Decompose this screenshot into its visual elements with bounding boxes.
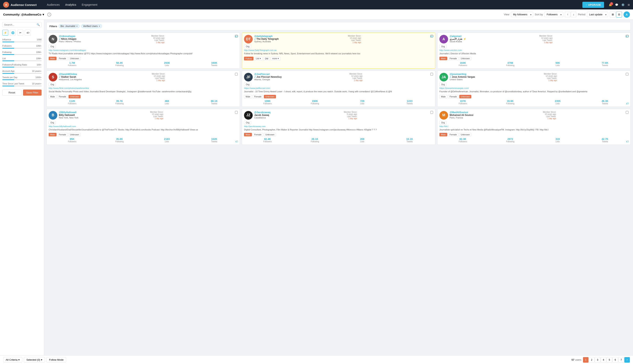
female-button-6[interactable]: Female <box>57 133 68 136</box>
page-5-button[interactable]: 5 <box>607 357 612 362</box>
sort-select[interactable]: Followers <box>544 12 563 17</box>
unknown-button-4[interactable]: Unknown <box>264 95 276 98</box>
all-criteria-button[interactable]: All Criteria ▾ <box>3 357 22 362</box>
selected-button[interactable]: Selected (0) ▾ <box>24 357 45 362</box>
card-handle-2[interactable]: @alasmari <box>450 35 466 38</box>
org-button-4[interactable]: Org <box>244 83 251 86</box>
period-select[interactable]: Last update <box>587 12 608 17</box>
sort-asc-button[interactable]: ↑ <box>565 12 570 17</box>
filter-tag-icon[interactable]: 🏷 <box>25 30 31 36</box>
female-button-3[interactable]: Female <box>57 95 68 98</box>
view-select[interactable]: My followers <box>511 12 533 17</box>
org-button-0[interactable]: Org <box>49 45 56 48</box>
list-button-1[interactable]: List ▾ <box>254 57 262 60</box>
unknown-button-2[interactable]: Unknown <box>459 57 472 60</box>
unknown-button-3[interactable]: Unknown <box>69 95 81 98</box>
male-button-4[interactable]: Male <box>244 95 252 98</box>
filter-tag-verified[interactable]: Verified Users ✕ <box>81 24 102 28</box>
filter-tag-verified-remove[interactable]: ✕ <box>99 25 100 28</box>
card-handle-7[interactable]: @Jacobzawaq <box>254 111 270 114</box>
female-button-0[interactable]: Female <box>57 57 68 60</box>
search-input[interactable] <box>4 23 36 26</box>
user-avatar[interactable]: A <box>623 12 630 18</box>
list-view-button[interactable]: ⊞ <box>610 12 616 18</box>
messages-icon[interactable]: 💬 <box>615 3 618 6</box>
settings-icon[interactable]: ⚙️ <box>621 3 624 6</box>
community-title[interactable]: Community: @AudienseCo ▾ <box>3 13 44 16</box>
org-button-8[interactable]: Org <box>439 121 447 124</box>
female-button-2[interactable]: Female <box>448 57 459 60</box>
page-6-button[interactable]: 6 <box>612 357 618 362</box>
male-button-2[interactable]: Male <box>439 57 447 60</box>
female-button-8[interactable]: Female <box>448 133 459 136</box>
bookmark-icon-8[interactable]: 🏷 <box>626 140 629 143</box>
nav-audiences[interactable]: Audiences <box>45 2 62 8</box>
card-url-7[interactable]: http://jacobzawaq.com <box>244 125 433 128</box>
card-handle-3[interactable]: @SarahMOnline <box>59 73 82 76</box>
bookmark-icon-5[interactable]: 🏷 <box>626 102 629 105</box>
card-url-8[interactable]: http://bit.l <box>439 125 628 128</box>
card-url-1[interactable]: http://www.DailyTelegraph.com.au <box>244 49 433 51</box>
card-checkbox-4[interactable] <box>430 73 433 76</box>
more-button-1[interactable]: more ▾ <box>271 57 280 60</box>
card-checkbox-3[interactable] <box>235 73 238 76</box>
card-checkbox-6[interactable] <box>235 111 238 114</box>
female-button-5[interactable]: Female <box>448 95 459 98</box>
card-handle-4[interactable]: @JoeFloccari <box>254 73 282 76</box>
bookmark-icon-0[interactable]: 🏷 <box>235 34 238 38</box>
card-url-2[interactable]: http://www.urecten.com <box>439 49 628 51</box>
male-button-7[interactable]: Male <box>244 133 252 136</box>
upgrade-button[interactable]: ↑ UPGRADE <box>582 2 604 8</box>
unknown-button-5[interactable]: Unknown <box>459 95 472 98</box>
org-button-1[interactable]: Org <box>244 45 251 48</box>
bookmark-icon-1[interactable]: 🏷 <box>430 34 434 38</box>
card-handle-1[interactable]: @dailytelegraph <box>254 35 279 38</box>
unknown-button-6[interactable]: Unknown <box>69 133 81 136</box>
dm-button-1[interactable]: DM <box>263 57 270 60</box>
save-filter-button[interactable]: Save Filter <box>23 90 42 96</box>
unknown-button-0[interactable]: Unknown <box>69 57 81 60</box>
filter-cut-icon[interactable]: ✂ <box>17 30 23 36</box>
card-checkbox-8[interactable] <box>626 111 628 114</box>
page-2-button[interactable]: 2 <box>589 357 594 362</box>
male-button-8[interactable]: Male <box>439 133 447 136</box>
brand[interactable]: A Audiense Connect <box>3 2 37 8</box>
page-next-button[interactable]: > <box>624 357 630 362</box>
filter-globe-icon[interactable]: 🌐 <box>10 30 16 36</box>
nav-analytics[interactable]: Analytics <box>63 2 79 8</box>
card-url-4[interactable]: https://www.joefloccari.com <box>244 87 433 89</box>
page-1-button[interactable]: 1 <box>583 357 588 362</box>
card-checkbox-5[interactable] <box>626 73 628 76</box>
org-button-3[interactable]: Org <box>49 83 56 86</box>
sort-desc-button[interactable]: ↓ <box>571 12 576 17</box>
card-url-5[interactable]: https://joseantoniovargas.com/ <box>439 87 628 89</box>
grid-view-button[interactable]: ⊟ <box>616 12 622 18</box>
card-url-0[interactable]: http://www.instagram.com/nikosaliagas <box>49 49 238 51</box>
card-options-icon[interactable]: ⋮ <box>48 34 51 38</box>
org-button-6[interactable]: Org <box>49 121 56 124</box>
male-button-0[interactable]: Male <box>49 57 57 60</box>
card-handle-6[interactable]: @BillyHallowell <box>59 111 78 114</box>
page-7-button[interactable]: 7 <box>618 357 624 362</box>
bookmark-icon-2[interactable]: 🏷 <box>626 34 629 38</box>
female-button-7[interactable]: Female <box>253 133 263 136</box>
grid-apps-icon[interactable]: ⊞ <box>628 3 630 6</box>
card-url-3[interactable]: http://www.flickr.com/photos/sarahmonlin… <box>49 87 238 89</box>
female-button-4[interactable]: Female <box>253 95 263 98</box>
page-4-button[interactable]: 4 <box>601 357 606 362</box>
unknown-button-8[interactable]: Unknown <box>459 133 472 136</box>
card-handle-0[interactable]: @nikosaliagas <box>59 35 81 38</box>
org-button-2[interactable]: Org <box>439 45 447 48</box>
card-handle-8[interactable]: @MedAliSouissi <box>450 111 473 114</box>
filter-tag-journalist-remove[interactable]: ✕ <box>76 25 78 28</box>
male-button-3[interactable]: Male <box>49 95 57 98</box>
follow-mode-button[interactable]: Follow Mode <box>47 357 66 362</box>
help-icon[interactable]: ? <box>47 12 51 16</box>
org-button-5[interactable]: Org <box>439 83 447 86</box>
card-handle-5[interactable]: @joseiswriting <box>450 73 475 76</box>
unknown-button-7[interactable]: Unknown <box>264 133 276 136</box>
male-button-5[interactable]: Male <box>439 95 447 98</box>
reset-button[interactable]: Reset <box>2 90 22 96</box>
male-button-6[interactable]: Male <box>49 133 57 136</box>
notifications-icon[interactable]: 🔔 3 <box>609 3 612 6</box>
